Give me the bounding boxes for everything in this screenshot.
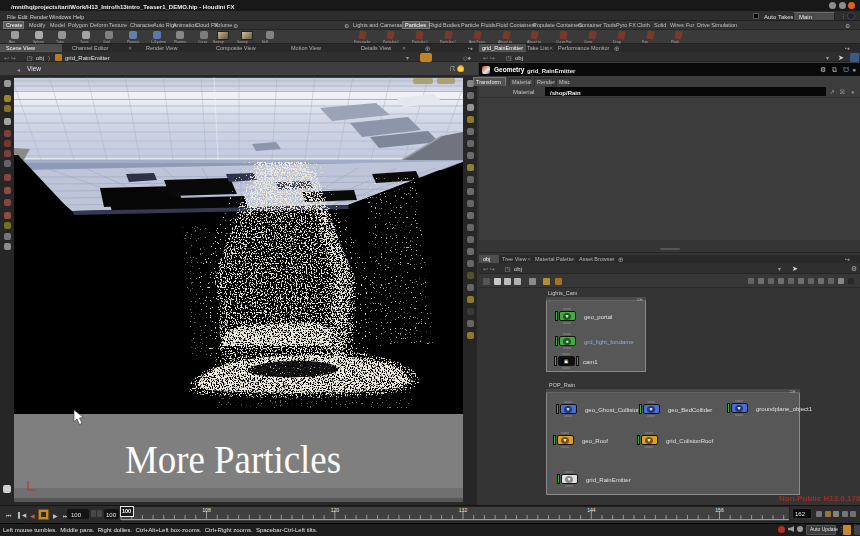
svg-text:120: 120	[331, 507, 340, 513]
svg-text:More Particles: More Particles	[125, 436, 341, 482]
svg-text:144: 144	[587, 507, 596, 513]
svg-text:108: 108	[202, 507, 211, 513]
svg-text:132: 132	[459, 507, 468, 513]
svg-text:156: 156	[715, 507, 724, 513]
